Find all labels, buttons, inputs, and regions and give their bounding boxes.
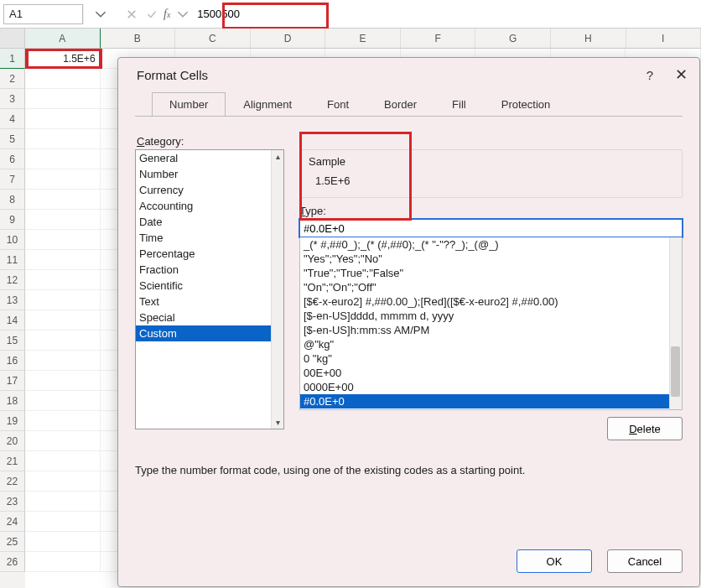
delete-button[interactable]: Delete: [607, 417, 683, 440]
formula-input[interactable]: [190, 4, 701, 24]
type-item[interactable]: #0.0E+0: [300, 394, 682, 408]
type-input[interactable]: [299, 219, 683, 237]
fx-dropdown[interactable]: [175, 8, 190, 20]
row-header-15[interactable]: 15: [0, 330, 25, 351]
row-header-18[interactable]: 18: [0, 391, 25, 411]
category-listbox[interactable]: GeneralNumberCurrencyAccountingDateTimeP…: [135, 149, 284, 429]
row-header-19[interactable]: 19: [0, 411, 25, 431]
row-header-14[interactable]: 14: [0, 310, 25, 330]
row-header-23[interactable]: 23: [0, 492, 25, 512]
row-header-25[interactable]: 25: [0, 532, 25, 552]
row-header-13[interactable]: 13: [0, 290, 25, 310]
cell-a14[interactable]: [25, 310, 101, 330]
cell-a21[interactable]: [25, 451, 101, 471]
cell-a11[interactable]: [25, 250, 101, 270]
category-item-scientific[interactable]: Scientific: [136, 278, 283, 294]
close-button[interactable]: ✕: [675, 65, 688, 84]
scroll-up-icon[interactable]: ▴: [276, 150, 280, 163]
row-header-1[interactable]: 1: [0, 49, 25, 69]
cell-a5[interactable]: [25, 129, 101, 149]
row-header-24[interactable]: 24: [0, 512, 25, 532]
cancel-button[interactable]: Cancel: [607, 549, 683, 573]
row-header-26[interactable]: 26: [0, 552, 25, 572]
type-item[interactable]: 00E+00: [300, 366, 682, 380]
category-item-text[interactable]: Text: [136, 294, 283, 310]
ok-button[interactable]: OK: [517, 549, 592, 573]
cell-a3[interactable]: [25, 89, 101, 109]
cell-a16[interactable]: [25, 351, 101, 371]
cell-a7[interactable]: [25, 169, 101, 190]
row-header-22[interactable]: 22: [0, 471, 25, 492]
type-listbox[interactable]: _(* #,##0_);_(* (#,##0);_(* "-"??_);_(@_…: [299, 237, 683, 410]
column-header-f[interactable]: F: [401, 29, 476, 49]
category-item-accounting[interactable]: Accounting: [136, 198, 283, 214]
row-header-9[interactable]: 9: [0, 210, 25, 230]
type-item[interactable]: _(* #,##0_);_(* (#,##0);_(* "-"??_);_(@_…: [300, 237, 682, 252]
category-item-special[interactable]: Special: [136, 310, 283, 325]
cell-a8[interactable]: [25, 190, 101, 210]
cell-a12[interactable]: [25, 270, 101, 290]
tab-font[interactable]: Font: [309, 92, 366, 117]
row-header-4[interactable]: 4: [0, 109, 25, 129]
cancel-edit-icon[interactable]: [122, 4, 142, 24]
row-header-6[interactable]: 6: [0, 149, 25, 169]
cell-a17[interactable]: [25, 371, 101, 391]
column-header-e[interactable]: E: [325, 29, 401, 49]
category-item-custom[interactable]: Custom: [136, 325, 283, 341]
column-header-h[interactable]: H: [551, 29, 626, 49]
type-item[interactable]: @"kg": [300, 337, 682, 351]
tab-fill[interactable]: Fill: [434, 92, 484, 117]
category-item-general[interactable]: General: [136, 150, 283, 166]
cell-a19[interactable]: [25, 411, 101, 431]
scroll-down-icon[interactable]: ▾: [276, 416, 280, 429]
row-header-17[interactable]: 17: [0, 371, 25, 391]
help-button[interactable]: ?: [646, 68, 653, 82]
column-header-d[interactable]: D: [251, 29, 326, 49]
tab-protection[interactable]: Protection: [484, 92, 569, 117]
column-header-b[interactable]: B: [101, 29, 176, 49]
cell-a13[interactable]: [25, 290, 101, 310]
row-header-7[interactable]: 7: [0, 169, 25, 190]
column-header-a[interactable]: A: [25, 29, 101, 49]
category-item-date[interactable]: Date: [136, 214, 283, 230]
row-header-5[interactable]: 5: [0, 129, 25, 149]
cell-a18[interactable]: [25, 391, 101, 411]
tab-number[interactable]: Number: [152, 92, 226, 117]
cell-a6[interactable]: [25, 149, 101, 169]
row-header-8[interactable]: 8: [0, 190, 25, 210]
select-all-corner[interactable]: [0, 29, 25, 49]
tab-alignment[interactable]: Alignment: [226, 92, 309, 117]
row-header-2[interactable]: 2: [0, 69, 25, 89]
type-item[interactable]: "True";"True";"False": [300, 266, 682, 280]
cell-a26[interactable]: [25, 552, 101, 572]
type-item[interactable]: [$-en-US]h:mm:ss AM/PM: [300, 323, 682, 337]
category-item-time[interactable]: Time: [136, 230, 283, 246]
row-header-11[interactable]: 11: [0, 250, 25, 270]
cell-a9[interactable]: [25, 210, 101, 230]
category-item-currency[interactable]: Currency: [136, 182, 283, 198]
type-item[interactable]: [$€-x-euro2] #,##0.00_);[Red]([$€-x-euro…: [300, 294, 682, 309]
cell-a22[interactable]: [25, 471, 101, 492]
cell-a2[interactable]: [25, 69, 101, 89]
type-item[interactable]: 0 "kg": [300, 351, 682, 366]
column-header-c[interactable]: C: [175, 29, 251, 49]
category-item-number[interactable]: Number: [136, 166, 283, 182]
category-item-fraction[interactable]: Fraction: [136, 262, 283, 278]
listbox-scrollbar[interactable]: ▴ ▾: [271, 150, 283, 429]
type-item[interactable]: 0000E+00: [300, 380, 682, 394]
row-header-21[interactable]: 21: [0, 451, 25, 471]
column-header-i[interactable]: I: [626, 29, 702, 49]
cell-a1[interactable]: 1.5E+6: [25, 49, 101, 69]
cell-a4[interactable]: [25, 109, 101, 129]
name-box[interactable]: A1: [3, 4, 83, 24]
row-header-16[interactable]: 16: [0, 351, 25, 371]
name-box-dropdown[interactable]: [83, 4, 117, 24]
row-header-20[interactable]: 20: [0, 431, 25, 451]
row-header-3[interactable]: 3: [0, 89, 25, 109]
type-item[interactable]: "On";"On";"Off": [300, 280, 682, 294]
cell-a15[interactable]: [25, 330, 101, 351]
category-item-percentage[interactable]: Percentage: [136, 246, 283, 262]
row-header-12[interactable]: 12: [0, 270, 25, 290]
tab-border[interactable]: Border: [366, 92, 434, 117]
cell-a23[interactable]: [25, 492, 101, 512]
